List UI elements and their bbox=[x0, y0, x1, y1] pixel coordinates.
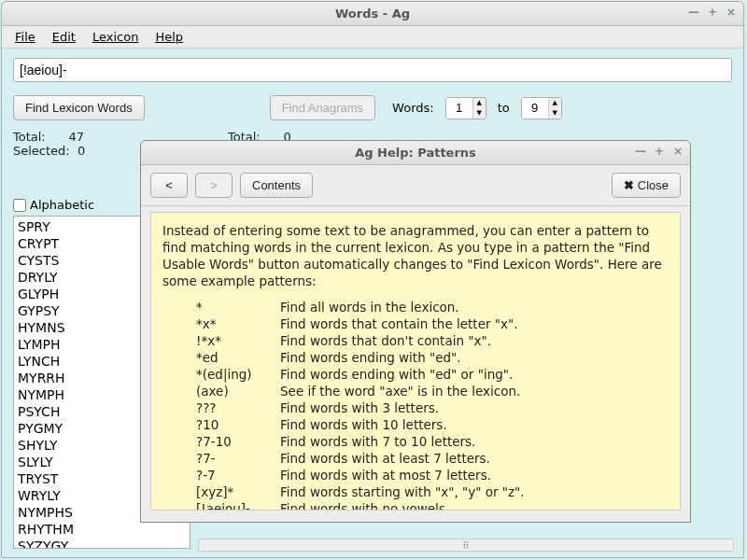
description-cell: Find words with 7 to 10 letters. bbox=[280, 433, 475, 450]
description-cell: Find words that don't contain "x". bbox=[280, 332, 491, 349]
table-row: ???Find words with 3 letters. bbox=[196, 399, 669, 416]
description-cell: Find all words in the lexicon. bbox=[280, 299, 459, 315]
down-icon[interactable]: ▼ bbox=[473, 108, 486, 119]
minimize-icon[interactable]: — bbox=[687, 6, 700, 19]
description-cell: Find words with at least 7 letters. bbox=[280, 450, 490, 467]
alphabetic-label: Alphabetic bbox=[30, 198, 94, 212]
pattern-cell: *(ed|ing) bbox=[196, 366, 280, 383]
words-min-stepper[interactable]: ▲▼ bbox=[445, 97, 486, 119]
description-cell: See if the word "axe" is in the lexicon. bbox=[280, 383, 520, 399]
pattern-cell: !*x* bbox=[196, 332, 280, 349]
menu-edit[interactable]: Edit bbox=[45, 28, 83, 46]
maximize-icon[interactable]: + bbox=[706, 6, 719, 19]
table-row: *Find all words in the lexicon. bbox=[196, 299, 669, 315]
help-title: Ag Help: Patterns bbox=[355, 146, 476, 160]
table-row: *x*Find words that contain the letter "x… bbox=[196, 315, 669, 332]
description-cell: Find words ending with "ed" or "ing". bbox=[280, 366, 513, 383]
pattern-cell: ??? bbox=[196, 399, 280, 416]
find-anagrams-button: Find Anagrams bbox=[270, 95, 375, 120]
main-title: Words - Ag bbox=[335, 7, 410, 21]
list-item[interactable]: SYZYGY bbox=[18, 538, 186, 549]
close-icon[interactable]: × bbox=[671, 145, 684, 158]
x-icon: ✖ bbox=[624, 178, 634, 192]
table-row: ?7-Find words with at least 7 letters. bbox=[196, 450, 669, 467]
table-row: ?7-10Find words with 7 to 10 letters. bbox=[196, 433, 669, 450]
description-cell: Find words starting with "x", "y" or "z"… bbox=[280, 483, 525, 500]
description-cell: Find words with 10 letters. bbox=[280, 416, 447, 433]
pattern-cell: * bbox=[196, 299, 280, 315]
description-cell: Find words that contain the letter "x". bbox=[280, 315, 518, 332]
table-row: *edFind words ending with "ed". bbox=[196, 349, 669, 366]
help-contents-button[interactable]: Contents bbox=[240, 173, 313, 198]
alphabetic-checkbox[interactable] bbox=[13, 199, 26, 212]
help-forward-button: > bbox=[195, 173, 233, 198]
help-close-button[interactable]: ✖Close bbox=[612, 173, 681, 198]
left-total-value: 47 bbox=[69, 130, 85, 144]
help-intro: Instead of entering some text to be anag… bbox=[162, 222, 669, 289]
table-row: ?-7Find words with at most 7 letters. bbox=[196, 467, 669, 483]
help-back-button[interactable]: < bbox=[150, 173, 188, 198]
help-body[interactable]: Instead of entering some text to be anag… bbox=[150, 212, 681, 511]
left-total-label: Total: bbox=[13, 130, 46, 144]
menu-file[interactable]: File bbox=[7, 28, 43, 46]
left-selected-label: Selected: bbox=[13, 144, 70, 158]
pattern-cell: *x* bbox=[196, 315, 280, 332]
pattern-cell: [!aeiou]- bbox=[196, 500, 280, 511]
table-row: !*x*Find words that don't contain "x". bbox=[196, 332, 669, 349]
table-row: *(ed|ing)Find words ending with "ed" or … bbox=[196, 366, 669, 383]
pane-handle[interactable]: ⠿ bbox=[198, 539, 734, 552]
help-window: Ag Help: Patterns — + × < > Contents ✖Cl… bbox=[140, 140, 691, 523]
table-row: (axe)See if the word "axe" is in the lex… bbox=[196, 383, 669, 399]
description-cell: Find words with at most 7 letters. bbox=[280, 467, 491, 483]
words-min-input[interactable] bbox=[446, 98, 472, 119]
description-cell: Find words with 3 letters. bbox=[280, 399, 439, 416]
pattern-cell: [xyz]* bbox=[196, 483, 280, 500]
to-label: to bbox=[498, 101, 510, 115]
words-max-input[interactable] bbox=[522, 98, 548, 119]
pattern-cell: ?-7 bbox=[196, 467, 280, 483]
pattern-input[interactable] bbox=[13, 58, 732, 82]
menu-lexicon[interactable]: Lexicon bbox=[85, 28, 146, 46]
left-selected-value: 0 bbox=[78, 144, 85, 158]
help-toolbar: < > Contents ✖Close bbox=[141, 165, 690, 206]
find-lexicon-words-button[interactable]: Find Lexicon Words bbox=[13, 95, 145, 120]
help-titlebar[interactable]: Ag Help: Patterns — + × bbox=[141, 141, 690, 165]
words-max-stepper[interactable]: ▲▼ bbox=[521, 97, 562, 119]
help-pattern-table: *Find all words in the lexicon.*x*Find w… bbox=[196, 299, 669, 511]
main-titlebar[interactable]: Words - Ag — + × bbox=[2, 2, 743, 26]
menu-help[interactable]: Help bbox=[148, 28, 190, 46]
pattern-cell: *ed bbox=[196, 349, 280, 366]
pattern-cell: ?7-10 bbox=[196, 433, 280, 450]
table-row: [!aeiou]-Find words with no vowels. bbox=[196, 500, 669, 511]
up-icon[interactable]: ▲ bbox=[549, 98, 561, 108]
menubar: File Edit Lexicon Help bbox=[2, 26, 743, 49]
words-label: Words: bbox=[392, 101, 434, 115]
description-cell: Find words with no vowels. bbox=[280, 500, 449, 511]
maximize-icon[interactable]: + bbox=[653, 145, 666, 158]
up-icon[interactable]: ▲ bbox=[473, 98, 486, 108]
pattern-cell: (axe) bbox=[196, 383, 280, 399]
description-cell: Find words ending with "ed". bbox=[280, 349, 461, 366]
table-row: ?10Find words with 10 letters. bbox=[196, 416, 669, 433]
down-icon[interactable]: ▼ bbox=[549, 108, 561, 119]
table-row: [xyz]*Find words starting with "x", "y" … bbox=[196, 483, 669, 500]
pattern-cell: ?10 bbox=[196, 416, 280, 433]
minimize-icon[interactable]: — bbox=[634, 145, 647, 158]
pattern-cell: ?7- bbox=[196, 450, 280, 467]
list-item[interactable]: RHYTHM bbox=[18, 521, 186, 538]
close-icon[interactable]: × bbox=[725, 6, 738, 19]
